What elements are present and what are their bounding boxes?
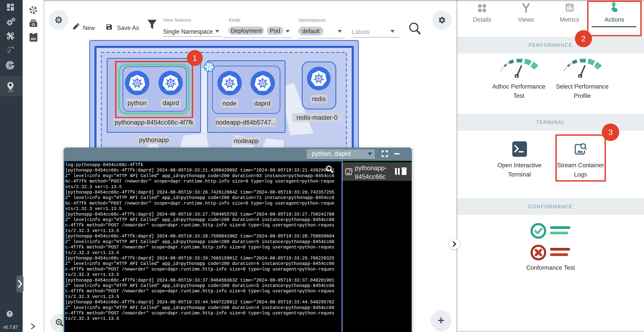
svg-text:WA: WA: [31, 37, 36, 41]
